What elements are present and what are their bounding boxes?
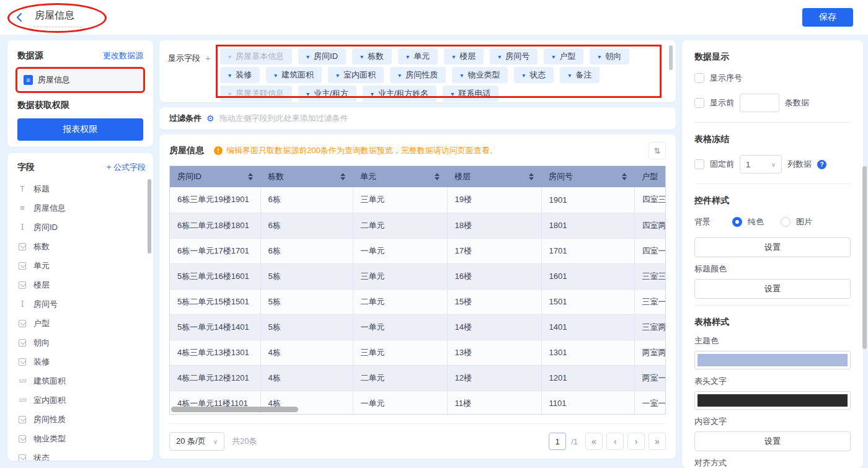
column-header[interactable]: 房间ID	[170, 166, 260, 187]
title-color-set-button[interactable]: 设置	[694, 279, 851, 299]
sort-toggle-icon[interactable]: ⇅	[649, 142, 666, 159]
display-field-tag[interactable]: ▾栋数	[352, 48, 392, 64]
table-row: 5栋二单元15楼15015栋二单元15楼1501三室一厅	[170, 289, 666, 314]
freeze-checkbox[interactable]	[694, 159, 704, 169]
back-chevron-icon[interactable]	[15, 12, 26, 23]
horizontal-scrollbar[interactable]	[171, 407, 298, 412]
page-title[interactable]: 房屋信息	[33, 8, 82, 27]
chevron-down-icon: ▾	[360, 53, 363, 60]
change-datasource-link[interactable]: 更改数据源	[103, 50, 143, 61]
field-item[interactable]: 状态	[17, 448, 146, 461]
content-text-set-button[interactable]: 设置	[694, 431, 851, 451]
fields-panel: 字段 + 公式字段 标题房屋信息房间ID栋数单元楼层房间号户型朝向装修建筑面积室…	[7, 153, 153, 461]
display-field-tag[interactable]: ▾物业类型	[452, 67, 508, 83]
background-label: 背景	[694, 216, 711, 227]
chevron-down-icon: ∨	[771, 161, 776, 168]
display-field-tag[interactable]: ▾户型	[544, 48, 583, 64]
display-field-tag[interactable]: ▾室内面积	[328, 67, 384, 83]
table-cell: 15楼	[447, 289, 541, 314]
first-page-icon[interactable]: «	[585, 433, 603, 450]
field-item[interactable]: 房屋信息	[17, 198, 146, 218]
field-item[interactable]: 室内面积	[17, 391, 146, 410]
table-cell: 1601	[541, 263, 634, 289]
display-field-tag[interactable]: ▾房屋基本信息	[220, 48, 292, 64]
display-fields-tags: ▾房屋基本信息▾房间ID▾栋数▾单元▾楼层▾房间号▾户型▾朝向▾装修▾建筑面积▾…	[218, 46, 660, 96]
select-icon	[19, 339, 26, 347]
display-field-tag[interactable]: ▾备注	[560, 67, 600, 83]
field-item[interactable]: 房间号	[17, 294, 146, 314]
field-item[interactable]: 朝向	[17, 333, 146, 352]
table-cell: 二单元	[353, 213, 447, 238]
field-item[interactable]: 标题	[17, 179, 146, 198]
display-field-tag[interactable]: ▾状态	[514, 67, 554, 83]
tags-scrollbar[interactable]	[669, 45, 673, 70]
field-item[interactable]: 房间性质	[17, 410, 146, 429]
sort-asc-icon	[622, 173, 627, 176]
display-field-tag[interactable]: ▾房屋关联信息	[220, 86, 292, 102]
chevron-down-icon: ▾	[398, 72, 401, 79]
header-text-swatch[interactable]	[694, 391, 851, 410]
select-icon	[19, 262, 26, 270]
show-first-input[interactable]	[740, 94, 779, 112]
display-field-tag[interactable]: ▾装修	[220, 67, 260, 83]
display-field-tag[interactable]: ▾业主/租方	[298, 86, 356, 102]
page-size-select[interactable]: 20 条/页 ∨	[169, 432, 224, 451]
help-icon[interactable]: ?	[817, 160, 826, 169]
column-header[interactable]: 户型	[634, 166, 666, 187]
table-cell: 12楼	[447, 365, 541, 391]
column-header[interactable]: 栋数	[260, 166, 353, 187]
add-field-icon[interactable]: +	[205, 53, 211, 63]
preview-table-wrap: 房间ID栋数单元楼层房间号户型 6栋三单元19楼19016栋三单元19楼1901…	[169, 166, 666, 415]
theme-color-swatch[interactable]	[694, 351, 851, 369]
field-item[interactable]: 房间ID	[17, 218, 146, 237]
gear-icon[interactable]: ⚙	[206, 114, 215, 123]
display-field-tag[interactable]: ▾房间性质	[390, 67, 446, 83]
display-field-tag[interactable]: ▾朝向	[590, 48, 629, 64]
column-header[interactable]: 房间号	[541, 166, 634, 187]
last-page-icon[interactable]: »	[649, 433, 666, 450]
table-cell: 18楼	[447, 213, 541, 238]
field-label: 楼层	[33, 280, 50, 291]
save-button[interactable]: 保存	[802, 8, 853, 27]
display-field-tag[interactable]: ▾房间号	[490, 48, 538, 64]
table-cell: 三室一厅	[634, 289, 666, 314]
field-item[interactable]: 栋数	[17, 237, 146, 256]
field-item[interactable]: 装修	[17, 352, 146, 371]
column-header[interactable]: 楼层	[447, 166, 541, 187]
display-field-tag[interactable]: ▾楼层	[444, 48, 484, 64]
datasource-item[interactable]: 房屋信息	[17, 69, 143, 91]
freeze-count-select[interactable]: 1 ∨	[740, 155, 782, 174]
sort-asc-icon	[248, 173, 253, 176]
page-scrollbar[interactable]	[862, 166, 867, 349]
prev-page-icon[interactable]: ‹	[606, 433, 624, 450]
report-permission-button[interactable]: 报表权限	[17, 118, 143, 141]
display-field-tag[interactable]: ▾联系电话	[443, 86, 498, 102]
next-page-icon[interactable]: ›	[627, 433, 645, 450]
table-preview-panel: 房屋信息 ! 编辑界面只取数据源前200条作为查询数据预览，完整数据请访问页面查…	[159, 135, 676, 459]
field-item[interactable]: 建筑面积	[17, 371, 146, 391]
tag-label: 单元	[414, 51, 430, 62]
display-field-tag[interactable]: ▾业主/租方姓名	[363, 86, 437, 102]
field-item[interactable]: 单元	[17, 256, 146, 275]
table-cell: 13楼	[447, 340, 541, 365]
field-item[interactable]: 楼层	[17, 275, 146, 294]
add-formula-field-link[interactable]: + 公式字段	[107, 162, 146, 173]
table-row: 4栋二单元12楼12014栋二单元12楼1201两室一厅	[170, 365, 666, 391]
field-item[interactable]: 物业类型	[17, 429, 146, 448]
fields-scrollbar[interactable]	[148, 179, 151, 254]
table-cell: 三单元	[353, 263, 447, 289]
field-label: 单元	[33, 260, 50, 272]
column-header[interactable]: 单元	[353, 166, 447, 187]
image-radio[interactable]	[781, 217, 790, 227]
solid-color-radio[interactable]	[732, 217, 742, 227]
chevron-down-icon: ▾	[306, 91, 309, 97]
display-field-tag[interactable]: ▾建筑面积	[266, 67, 322, 83]
display-field-tag[interactable]: ▾单元	[398, 48, 438, 64]
display-field-tag[interactable]: ▾房间ID	[298, 48, 346, 64]
datasource-item-label: 房屋信息	[38, 74, 70, 86]
background-set-button[interactable]: 设置	[694, 237, 851, 257]
field-item[interactable]: 户型	[17, 314, 146, 333]
show-first-checkbox[interactable]	[694, 98, 704, 108]
page-input[interactable]	[549, 433, 566, 450]
show-index-checkbox[interactable]	[694, 73, 704, 83]
